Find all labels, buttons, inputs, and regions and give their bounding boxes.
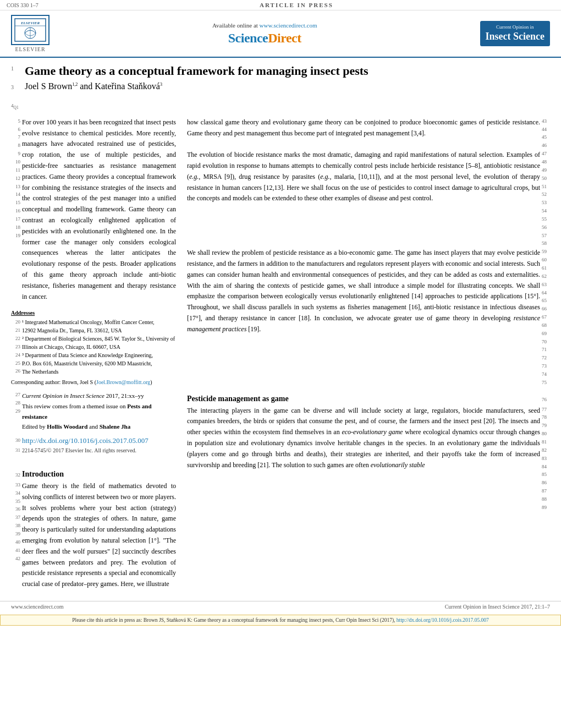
journal-ref-text: Current Opinion in Insect Science 2017, … bbox=[22, 391, 176, 432]
email-link[interactable]: Joel.Brown@moffitt.org bbox=[96, 379, 150, 385]
addresses-lines: 20212223242526 ¹ Integrated Mathematical… bbox=[11, 318, 176, 376]
intro-heading-row: 32 Introduction bbox=[11, 462, 176, 481]
doi-section: 30 http://dx.doi.org/10.1016/j.cois.2017… bbox=[11, 436, 176, 445]
copyright-text: 2214-5745/© 2017 Elsevier Inc. All right… bbox=[22, 447, 136, 455]
article-title-section: 1 3 4Q1 Game theory as a conceptual fram… bbox=[11, 63, 550, 112]
article-authors: Joel S Brown1,2 and Kateřina Staňková3 bbox=[25, 81, 550, 91]
abstract-text: For over 100 years it has been recognize… bbox=[22, 117, 176, 303]
pesticide-section-heading-wrap: Pesticide management as game 76 bbox=[187, 387, 550, 406]
intro-text-wrap: 3334353637 3839404142 Game theory is the… bbox=[11, 481, 176, 590]
abstract-line-numbers: 56789 1011121314 1516171819 bbox=[11, 117, 22, 303]
intro-section: 32 Introduction 3334353637 3839404142 Ga… bbox=[11, 462, 176, 590]
intro-heading: Introduction bbox=[22, 470, 64, 479]
two-column-layout: 56789 1011121314 1516171819 For over 100… bbox=[11, 117, 550, 590]
right-para3: We shall review the problem of pesticide… bbox=[187, 248, 540, 381]
article-title: Game theory as a conceptual framework fo… bbox=[25, 63, 550, 79]
journal-ref-lines: 272829 Current Opinion in Insect Science… bbox=[11, 391, 176, 432]
center-header: Available online at www.sciencedirect.co… bbox=[212, 22, 317, 46]
sciencedirect-url-link[interactable]: www.sciencedirect.com bbox=[260, 22, 317, 29]
right-para1: how classical game theory and evolutiona… bbox=[187, 117, 540, 144]
right-para4-wrap: The interacting players in the game can … bbox=[187, 406, 550, 512]
right-para3-wrap: We shall review the problem of pesticide… bbox=[187, 248, 550, 386]
copyright-section: 31 2214-5745/© 2017 Elsevier Inc. All ri… bbox=[11, 446, 176, 455]
disclaimer-text: Please cite this article in press as: Br… bbox=[72, 617, 395, 623]
right-column: how classical game theory and evolutiona… bbox=[187, 117, 550, 590]
left-column: 56789 1011121314 1516171819 For over 100… bbox=[11, 117, 176, 590]
svg-text:ELSEVIER: ELSEVIER bbox=[20, 21, 40, 25]
main-content: 1 3 4Q1 Game theory as a conceptual fram… bbox=[0, 58, 561, 595]
doi-link[interactable]: http://dx.doi.org/10.1016/j.cois.2017.05… bbox=[22, 436, 148, 445]
right-para2-wrap: The evolution of biocide resistance mark… bbox=[187, 150, 550, 248]
elsevier-logo: ELSEVIER ELSEVIER bbox=[11, 15, 50, 52]
footer-left: www.sciencedirect.com bbox=[11, 604, 63, 610]
journal-badge: Current Opinion in Insect Science bbox=[480, 21, 550, 46]
title-line-numbers: 1 3 4Q1 bbox=[11, 63, 25, 112]
pesticide-section-heading: Pesticide management as game bbox=[187, 395, 540, 403]
journal-ref-section: 272829 Current Opinion in Insect Science… bbox=[11, 391, 176, 432]
right-para4: The interacting players in the game can … bbox=[187, 406, 540, 506]
address-text: ¹ Integrated Mathematical Oncology, Moff… bbox=[22, 318, 175, 376]
article-in-press-label: ARTICLE IN PRESS bbox=[260, 2, 333, 8]
disclaimer-doi-link[interactable]: http://dx.doi.org/10.1016/j.cois.2017.05… bbox=[397, 617, 489, 623]
address-line-numbers: 20212223242526 bbox=[11, 318, 22, 376]
intro-text: Game theory is the field of mathematics … bbox=[22, 481, 176, 590]
journal-header: ELSEVIER ELSEVIER Available online at ww… bbox=[0, 10, 561, 58]
footer-right: Current Opinion in Insect Science 2017, … bbox=[445, 604, 550, 610]
page-footer: www.sciencedirect.com Current Opinion in… bbox=[0, 601, 561, 612]
intro-line-numbers: 3334353637 3839404142 bbox=[11, 481, 22, 590]
sciencedirect-brand: ScienceDirect bbox=[212, 31, 317, 46]
abstract-section: 56789 1011121314 1516171819 For over 100… bbox=[11, 117, 176, 303]
disclaimer-bar: Please cite this article in press as: Br… bbox=[0, 615, 561, 626]
corresponding-author: Corresponding author: Brown, Joel S (Joe… bbox=[11, 379, 176, 385]
cois-ref: COIS 330 1–7 bbox=[7, 2, 38, 8]
right-para1-wrap: how classical game theory and evolutiona… bbox=[187, 117, 550, 150]
addresses-section: Addresses 20212223242526 ¹ Integrated Ma… bbox=[11, 309, 176, 376]
right-para2: The evolution of biocide resistance mark… bbox=[187, 150, 540, 242]
